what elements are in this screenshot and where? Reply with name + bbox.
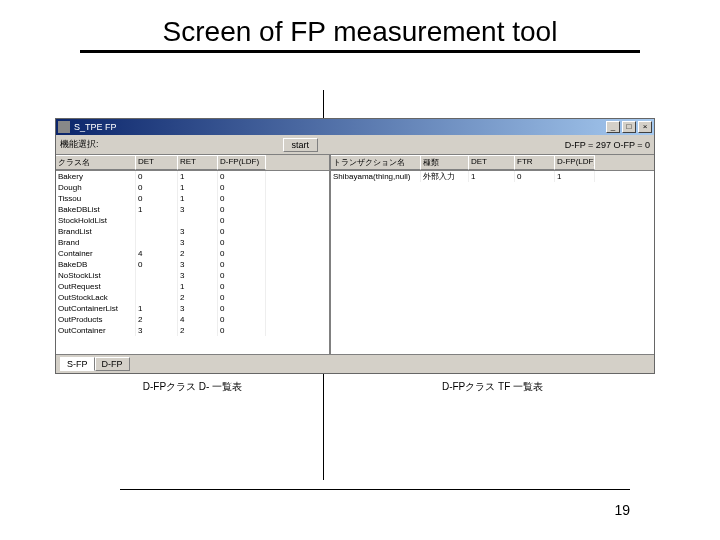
table-row[interactable]: Dough010 — [56, 182, 329, 193]
table-cell: OutContainer — [56, 325, 136, 336]
table-cell — [136, 270, 178, 281]
table-cell: Dough — [56, 182, 136, 193]
right-col-header[interactable]: FTR — [515, 155, 555, 170]
table-row[interactable]: BakeDB030 — [56, 259, 329, 270]
table-cell: 0 — [136, 193, 178, 204]
right-grid-body[interactable]: Shibayama(thing,null)外部入力101 — [331, 171, 654, 354]
table-cell: BrandList — [56, 226, 136, 237]
left-col-header[interactable]: クラス名 — [56, 155, 136, 170]
table-cell: NoStockList — [56, 270, 136, 281]
table-row[interactable]: OutContainer320 — [56, 325, 329, 336]
minimize-button[interactable]: _ — [606, 121, 620, 133]
toolbar: 機能選択: start D-FP = 297 O-FP = 0 — [56, 135, 654, 155]
table-cell — [136, 215, 178, 226]
table-cell: 1 — [469, 171, 515, 182]
table-cell: 0 — [136, 182, 178, 193]
table-cell: 1 — [178, 182, 218, 193]
table-cell: 4 — [178, 314, 218, 325]
table-cell — [178, 215, 218, 226]
left-col-header[interactable]: DET — [136, 155, 178, 170]
table-cell: 0 — [218, 204, 266, 215]
table-row[interactable]: Container420 — [56, 248, 329, 259]
table-cell: 3 — [178, 204, 218, 215]
table-row[interactable]: Bakery010 — [56, 171, 329, 182]
table-cell: 0 — [218, 248, 266, 259]
table-cell: 1 — [178, 281, 218, 292]
tab-dfp[interactable]: D-FP — [95, 357, 130, 371]
table-row[interactable]: OutContainerList130 — [56, 303, 329, 314]
close-button[interactable]: × — [638, 121, 652, 133]
table-cell: 3 — [178, 237, 218, 248]
table-cell: 1 — [178, 193, 218, 204]
left-col-header[interactable]: RET — [178, 155, 218, 170]
table-cell: 1 — [136, 204, 178, 215]
table-row[interactable]: Tissou010 — [56, 193, 329, 204]
table-row[interactable]: NoStockList30 — [56, 270, 329, 281]
table-captions: D-FPクラス D- 一覧表 D-FPクラス TF 一覧表 — [55, 380, 655, 394]
left-pane: クラス名DETRETD-FP(LDF) Bakery010Dough010Tis… — [56, 155, 331, 354]
table-cell: StockHoldList — [56, 215, 136, 226]
table-cell: 0 — [218, 237, 266, 248]
left-grid-body[interactable]: Bakery010Dough010Tissou010BakeDBList130S… — [56, 171, 329, 354]
footer-rule — [120, 489, 630, 490]
table-cell: 0 — [218, 270, 266, 281]
table-cell: 0 — [218, 259, 266, 270]
table-cell: 0 — [218, 281, 266, 292]
maximize-button[interactable]: □ — [622, 121, 636, 133]
table-cell: 4 — [136, 248, 178, 259]
table-cell — [136, 226, 178, 237]
table-row[interactable]: OutRequest10 — [56, 281, 329, 292]
app-window: S_TPE FP _ □ × 機能選択: start D-FP = 297 O-… — [55, 118, 655, 374]
table-cell: 3 — [178, 303, 218, 314]
table-cell — [136, 292, 178, 303]
table-cell: 0 — [218, 193, 266, 204]
table-cell: 0 — [218, 314, 266, 325]
right-caption: D-FPクラス TF 一覧表 — [330, 380, 655, 394]
app-icon — [58, 121, 70, 133]
table-cell: OutRequest — [56, 281, 136, 292]
table-cell: 3 — [178, 270, 218, 281]
left-col-header[interactable]: D-FP(LDF) — [218, 155, 266, 170]
right-grid-header: トランザクション名種類DETFTRD-FP(LDF) — [331, 155, 654, 171]
table-row[interactable]: Shibayama(thing,null)外部入力101 — [331, 171, 654, 182]
slide-title-wrap: Screen of FP measurement tool — [80, 16, 640, 53]
table-cell: 1 — [555, 171, 595, 182]
table-row[interactable]: OutStockLack20 — [56, 292, 329, 303]
table-cell: OutProducts — [56, 314, 136, 325]
table-cell: 3 — [178, 259, 218, 270]
right-col-header[interactable]: トランザクション名 — [331, 155, 421, 170]
right-col-header[interactable]: 種類 — [421, 155, 469, 170]
table-cell: 2 — [136, 314, 178, 325]
right-col-header[interactable]: D-FP(LDF) — [555, 155, 595, 170]
panes: クラス名DETRETD-FP(LDF) Bakery010Dough010Tis… — [56, 155, 654, 355]
table-cell — [136, 237, 178, 248]
table-cell: 0 — [136, 259, 178, 270]
table-cell — [136, 281, 178, 292]
table-row[interactable]: BakeDBList130 — [56, 204, 329, 215]
table-cell: 0 — [218, 215, 266, 226]
table-row[interactable]: BrandList30 — [56, 226, 329, 237]
table-cell: 0 — [218, 292, 266, 303]
table-row[interactable]: Brand30 — [56, 237, 329, 248]
table-row[interactable]: StockHoldList0 — [56, 215, 329, 226]
table-cell: Tissou — [56, 193, 136, 204]
table-cell: 2 — [178, 292, 218, 303]
table-cell: 3 — [136, 325, 178, 336]
left-caption: D-FPクラス D- 一覧表 — [55, 380, 330, 394]
toolbar-label: 機能選択: — [60, 138, 99, 151]
table-row[interactable]: OutProducts240 — [56, 314, 329, 325]
left-grid-header: クラス名DETRETD-FP(LDF) — [56, 155, 329, 171]
fp-stats: D-FP = 297 O-FP = 0 — [565, 140, 650, 150]
tab-strip: S-FP D-FP — [56, 355, 654, 373]
tab-sfp[interactable]: S-FP — [60, 357, 95, 371]
table-cell: 2 — [178, 248, 218, 259]
table-cell: 0 — [218, 171, 266, 182]
table-cell: BakeDB — [56, 259, 136, 270]
table-cell: 0 — [218, 226, 266, 237]
page-number: 19 — [614, 502, 630, 518]
slide-title: Screen of FP measurement tool — [80, 16, 640, 48]
table-cell: Container — [56, 248, 136, 259]
right-col-header[interactable]: DET — [469, 155, 515, 170]
start-button[interactable]: start — [283, 138, 319, 152]
table-cell: OutStockLack — [56, 292, 136, 303]
